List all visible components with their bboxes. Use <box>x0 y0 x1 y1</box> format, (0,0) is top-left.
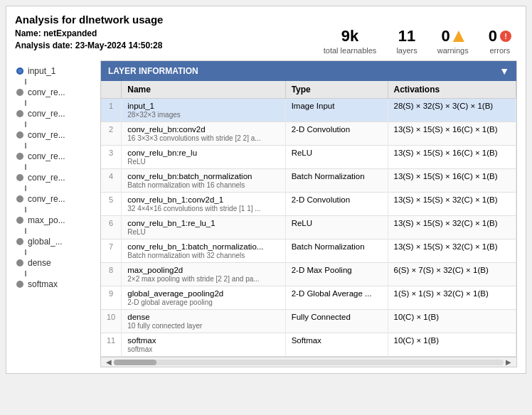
scrollbar-track[interactable] <box>114 360 504 365</box>
sidebar-connector <box>25 207 26 212</box>
layer-panel-title: LAYER INFORMATION <box>108 66 198 76</box>
table-row[interactable]: 2conv_relu_bn:conv2d16 3×3×3 convolution… <box>101 122 516 146</box>
main-content: input_1conv_re...conv_re...conv_re...con… <box>15 60 517 367</box>
node-dot <box>16 259 23 266</box>
table-row[interactable]: 5conv_relu_bn_1:conv2d_132 4×4×16 convol… <box>101 193 516 216</box>
table-row[interactable]: 8max_pooling2d2×2 max pooling with strid… <box>101 263 516 286</box>
row-type: ReLU <box>285 146 388 169</box>
row-num: 3 <box>101 146 122 169</box>
row-activations: 13(S) × 15(S) × 32(C) × 1(B) <box>388 239 516 263</box>
table-row[interactable]: 9global_average_pooling2d2-D global aver… <box>101 286 516 310</box>
row-activations: 28(S) × 32(S) × 3(C) × 1(B) <box>388 99 516 122</box>
row-name: conv_relu_bn_1:re_lu_1ReLU <box>122 216 285 239</box>
row-activations: 13(S) × 15(S) × 16(C) × 1(B) <box>388 169 516 193</box>
panel-collapse-icon[interactable]: ▼ <box>499 65 509 77</box>
sidebar-item-label: global_... <box>28 237 63 247</box>
learnables-label: total learnables <box>324 46 377 55</box>
sidebar-connector <box>25 143 26 149</box>
outer-panel: Analysis for dlnetwork usage Name: netEx… <box>6 6 526 374</box>
network-sidebar: input_1conv_re...conv_re...conv_re...con… <box>15 60 100 367</box>
sidebar-item-conv-re---[interactable]: conv_re... <box>15 85 100 100</box>
table-row[interactable]: 1input_128×32×3 imagesImage Input28(S) ×… <box>101 99 516 122</box>
row-type: 2-D Convolution <box>285 122 388 146</box>
row-name: conv_relu_bn_1:batch_normalizatio...Batc… <box>122 239 285 263</box>
row-activations: 13(S) × 15(S) × 32(C) × 1(B) <box>388 193 516 216</box>
stat-warnings: 0 warnings <box>437 27 469 55</box>
row-activations: 10(C) × 1(B) <box>388 310 516 333</box>
row-num: 10 <box>101 310 122 333</box>
page-title: Analysis for dlnetwork usage <box>15 14 517 26</box>
row-name: global_average_pooling2d2-D global avera… <box>122 286 285 310</box>
scroll-right-icon[interactable]: ▶ <box>504 358 514 366</box>
sidebar-item-dense[interactable]: dense <box>15 255 100 271</box>
scrollbar-thumb[interactable] <box>114 360 156 365</box>
row-name: conv_relu_bn:re_luReLU <box>122 146 285 169</box>
col-num <box>101 81 122 99</box>
table-row[interactable]: 11softmaxsoftmaxSoftmax10(C) × 1(B) <box>101 333 516 357</box>
row-num: 5 <box>101 193 122 216</box>
sidebar-item-label: dense <box>28 258 51 268</box>
table-row[interactable]: 7conv_relu_bn_1:batch_normalizatio...Bat… <box>101 239 516 263</box>
node-dot <box>16 131 23 139</box>
table-row[interactable]: 4conv_relu_bn:batch_normalizationBatch n… <box>101 169 516 193</box>
sidebar-connector <box>25 271 26 276</box>
stat-layers: 11 layers <box>396 27 417 55</box>
node-dot <box>16 281 23 288</box>
stat-learnables: 9k total learnables <box>324 27 377 55</box>
node-dot <box>16 110 23 117</box>
sidebar-item-label: conv_re... <box>28 130 65 140</box>
row-name: input_128×32×3 images <box>122 99 285 122</box>
sidebar-item-label: conv_re... <box>28 109 65 119</box>
sidebar-connector <box>25 164 26 170</box>
row-name: dense10 fully connected layer <box>122 310 285 333</box>
sidebar-connector <box>25 249 26 255</box>
warnings-value: 0 <box>437 27 469 45</box>
row-activations: 13(S) × 15(S) × 16(C) × 1(B) <box>388 122 516 146</box>
sidebar-item-softmax[interactable]: softmax <box>15 276 100 292</box>
learnables-value: 9k <box>324 27 377 45</box>
sidebar-item-label: conv_re... <box>28 87 65 97</box>
scroll-left-icon[interactable]: ◀ <box>104 358 114 366</box>
layer-table-body: 1input_128×32×3 imagesImage Input28(S) ×… <box>101 99 516 357</box>
row-num: 8 <box>101 263 122 286</box>
row-name: conv_relu_bn:batch_normalizationBatch no… <box>122 169 285 193</box>
sidebar-item-global----[interactable]: global_... <box>15 234 100 249</box>
row-name: conv_relu_bn_1:conv2d_132 4×4×16 convolu… <box>122 193 285 216</box>
sidebar-item-conv-re---[interactable]: conv_re... <box>15 127 100 143</box>
horizontal-scrollbar[interactable]: ◀ ▶ <box>101 357 516 367</box>
stat-errors: 0 errors <box>489 27 511 55</box>
sidebar-item-label: conv_re... <box>28 151 65 161</box>
table-row[interactable]: 6conv_relu_bn_1:re_lu_1ReLUReLU13(S) × 1… <box>101 216 516 239</box>
row-type: Softmax <box>285 333 388 357</box>
row-type: 2-D Max Pooling <box>285 263 388 286</box>
sidebar-item-conv-re---[interactable]: conv_re... <box>15 191 100 207</box>
sidebar-item-conv-re---[interactable]: conv_re... <box>15 106 100 122</box>
sidebar-item-conv-re---[interactable]: conv_re... <box>15 170 100 185</box>
sidebar-item-label: max_po... <box>28 215 65 225</box>
sidebar-item-input-1[interactable]: input_1 <box>15 63 100 79</box>
row-type: Image Input <box>285 99 388 122</box>
sidebar-connector <box>25 228 26 234</box>
table-row[interactable]: 10dense10 fully connected layerFully Con… <box>101 310 516 333</box>
node-dot <box>16 89 23 96</box>
sidebar-connector <box>25 79 26 85</box>
layer-table: Name Type Activations 1input_128×32×3 im… <box>101 81 516 357</box>
row-type: ReLU <box>285 216 388 239</box>
row-type: Batch Normalization <box>285 169 388 193</box>
row-type: Batch Normalization <box>285 239 388 263</box>
sidebar-item-max-po---[interactable]: max_po... <box>15 212 100 228</box>
row-name: conv_relu_bn:conv2d16 3×3×3 convolutions… <box>122 122 285 146</box>
row-num: 7 <box>101 239 122 263</box>
warning-icon <box>453 31 464 42</box>
table-row[interactable]: 3conv_relu_bn:re_luReLUReLU13(S) × 15(S)… <box>101 146 516 169</box>
node-dot <box>16 238 23 245</box>
col-activations: Activations <box>388 81 516 99</box>
sidebar-item-conv-re---[interactable]: conv_re... <box>15 149 100 164</box>
layer-panel: LAYER INFORMATION ▼ Name Type Activation… <box>100 60 517 367</box>
node-dot <box>16 195 23 203</box>
node-dot <box>16 217 23 224</box>
row-type: 2-D Convolution <box>285 193 388 216</box>
layer-panel-header: LAYER INFORMATION ▼ <box>101 61 516 81</box>
layer-table-header: Name Type Activations <box>101 81 516 99</box>
row-num: 11 <box>101 333 122 357</box>
